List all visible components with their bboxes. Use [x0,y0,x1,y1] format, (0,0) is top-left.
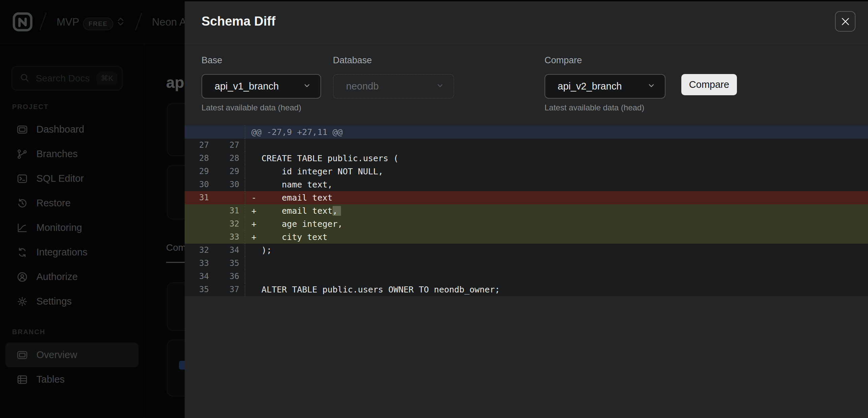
hunk-header-text: @@ -27,9 +27,11 @@ [245,126,868,139]
new-line-number: 34 [212,244,245,257]
new-line-number: 36 [212,270,245,283]
diff-line-code: id integer NOT NULL, [245,165,868,178]
close-button[interactable] [835,11,856,32]
old-line-number: 32 [185,244,212,257]
base-branch-select[interactable]: api_v1_branch [202,74,321,99]
old-line-number [185,231,212,244]
compare-helper-text: Latest available data (head) [545,103,644,112]
old-line-number: 31 [185,191,212,204]
database-select: neondb [333,74,454,99]
diff-row-context: 3436 [185,270,868,283]
close-icon [840,16,851,27]
old-line-number: 33 [185,257,212,270]
new-line-number: 30 [212,178,245,191]
new-line-number: 37 [212,283,245,296]
old-line-number: 35 [185,283,212,296]
diff-line-code: + city text [245,231,868,244]
diff-row-removed: 31- email text [185,191,868,204]
diff-line-code: - email text [245,191,868,204]
chevron-down-icon [303,81,311,92]
modal-header: Schema Diff [185,1,868,44]
old-line-number [185,204,212,217]
compare-button[interactable]: Compare [681,74,737,95]
diff-row-context: 2929 id integer NOT NULL, [185,165,868,178]
diff-row-context: 2828 CREATE TABLE public.users ( [185,152,868,165]
new-line-number: 33 [212,231,245,244]
base-helper-text: Latest available data (head) [202,103,301,112]
diff-line-code [245,139,868,152]
diff-row-added: 32+ age integer, [185,217,868,231]
diff-line-code [245,257,868,270]
compare-label: Compare [545,55,582,66]
diff-line-code: ); [245,244,868,257]
diff-line-code: name text, [245,178,868,191]
old-line-number: 27 [185,139,212,152]
schema-diff-modal: Schema Diff Base api_v1_branch Latest av… [185,1,868,418]
old-line-number [185,217,212,231]
new-line-number: 28 [212,152,245,165]
old-line-number: 29 [185,165,212,178]
old-line-number: 30 [185,178,212,191]
base-branch-value: api_v1_branch [215,81,279,92]
diff-line-code: CREATE TABLE public.users ( [245,152,868,165]
compare-branch-select[interactable]: api_v2_branch [545,74,665,99]
new-line-number: 27 [212,139,245,152]
new-line-number [212,191,245,204]
schema-diff-viewer: @@ -27,9 +27,11 @@ 2727 2828 CREATE TABL… [185,126,868,296]
diff-row-context: 3537 ALTER TABLE public.users OWNER TO n… [185,283,868,296]
word-diff-highlight: , [333,206,341,216]
diff-row-added: 33+ city text [185,231,868,244]
database-value: neondb [346,81,379,92]
compare-branch-value: api_v2_branch [558,81,622,92]
old-line-number: 28 [185,152,212,165]
new-line-number: 31 [212,204,245,217]
diff-line-code: ALTER TABLE public.users OWNER TO neondb… [245,283,868,296]
diff-row-context: 2727 [185,139,868,152]
database-label: Database [333,55,372,66]
diff-hunk-header: @@ -27,9 +27,11 @@ [185,126,868,139]
diff-row-context: 3030 name text, [185,178,868,191]
new-line-number: 35 [212,257,245,270]
diff-line-code: + age integer, [245,217,868,231]
chevron-down-icon [436,81,444,92]
screen: MVP FREE Neon AP Search Docs ⌘K PROJECT … [0,0,868,418]
modal-title: Schema Diff [202,14,276,29]
old-line-number: 34 [185,270,212,283]
new-line-number: 32 [212,217,245,231]
diff-row-context: 3335 [185,257,868,270]
diff-line-code [245,270,868,283]
new-line-number: 29 [212,165,245,178]
diff-row-added: 31+ email text, [185,204,868,217]
diff-line-code: + email text, [245,204,868,217]
base-label: Base [202,55,222,66]
diff-row-context: 3234 ); [185,244,868,257]
chevron-down-icon [647,81,655,92]
